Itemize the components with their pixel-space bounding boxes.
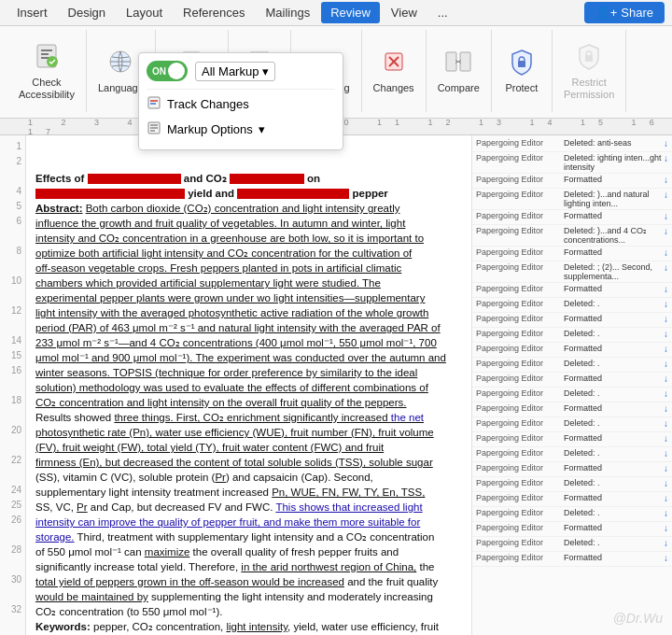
document-line[interactable]: significantly increase total yield. Ther…: [35, 559, 462, 574]
menu-insert[interactable]: Insert: [7, 2, 57, 23]
comment-text: Deleted: .: [564, 508, 662, 517]
comment-text: Formatted: [564, 433, 662, 443]
document-line[interactable]: CO₂ concentration (to 550 μmol mol⁻¹).: [35, 604, 462, 619]
compare-icon: [443, 47, 473, 80]
document-line[interactable]: light intensity with the averaged photos…: [35, 305, 462, 320]
comment-arrow-icon: ↓: [664, 175, 668, 185]
comment-author: Papergoing Editor: [476, 463, 560, 473]
document-line[interactable]: supplementary light intensity treatment …: [35, 485, 462, 500]
line-number: [0, 378, 25, 393]
line-number: 4: [0, 184, 25, 199]
comments-sidebar: Papergoing EditorDeleted: anti-seas↓Pape…: [471, 135, 672, 635]
comment-arrow-icon: ↓: [664, 314, 668, 324]
comment-arrow-icon: ↓: [664, 344, 668, 354]
comment-item: Papergoing EditorDeleted: .↓: [472, 298, 672, 313]
compare-button[interactable]: Compare: [432, 43, 485, 98]
comment-arrow-icon: ↓: [664, 153, 668, 163]
comment-text: Deleted: .: [564, 418, 662, 428]
comment-author: Papergoing Editor: [476, 388, 560, 398]
document-line[interactable]: optimize both artificial light intensity…: [35, 246, 462, 261]
document-line[interactable]: influence the growth and fruit quality o…: [35, 216, 462, 231]
comment-item: Papergoing EditorFormatted↓: [472, 522, 672, 537]
document-line[interactable]: would be maintained by supplementing the…: [35, 589, 462, 604]
document-line[interactable]: chambers which provided artificial suppl…: [35, 275, 462, 290]
document-area[interactable]: Effects of and CO₂ on yield and pepperAb…: [26, 135, 471, 635]
comment-item: Papergoing EditorDeleted: ighting inten.…: [472, 152, 672, 174]
line-number: 6: [0, 214, 25, 229]
line-number: 25: [0, 498, 25, 513]
comment-author: Papergoing Editor: [476, 190, 560, 199]
document-line[interactable]: intensity and CO₂ concentration in a gre…: [35, 231, 462, 246]
check-accessibility-button[interactable]: CheckAccessibility: [13, 37, 80, 105]
line-number: 26: [0, 513, 25, 528]
document-line[interactable]: experimental pepper plants were grown un…: [35, 290, 462, 305]
track-changes-popup: ON All Markup ▾ Track Changes Markup Opt…: [138, 52, 343, 150]
markup-option-label: All Markup: [202, 64, 259, 78]
changes-button[interactable]: Changes: [368, 43, 420, 98]
comment-author: Papergoing Editor: [476, 538, 560, 547]
document-line[interactable]: storage. Third, treatment with supplemen…: [35, 529, 462, 544]
menu-view[interactable]: View: [382, 2, 427, 23]
menu-design[interactable]: Design: [59, 2, 115, 23]
comment-author: Papergoing Editor: [476, 299, 560, 308]
comment-text: Formatted: [564, 523, 662, 532]
toggle-knob: [168, 63, 185, 79]
line-number: 1: [0, 139, 25, 154]
menu-review[interactable]: Review: [321, 2, 380, 23]
line-number: 24: [0, 483, 25, 498]
comment-item: Papergoing EditorDeleted: .↓: [472, 477, 672, 492]
document-line[interactable]: solution) methodology was used to evalua…: [35, 380, 462, 395]
document-line[interactable]: Effects of and CO₂ on: [35, 171, 462, 186]
track-changes-toggle[interactable]: ON: [147, 61, 188, 81]
track-changes-row[interactable]: Track Changes: [147, 89, 335, 117]
document-line[interactable]: Keywords: pepper, CO₂ concentration, lig…: [35, 619, 462, 634]
document-line[interactable]: total yield of peppers grown in the off-…: [35, 574, 462, 589]
document-line[interactable]: SS, VC, Pr and Cap, but decreased FV and…: [35, 500, 462, 515]
markup-options-arrow: ▾: [259, 122, 265, 136]
document-line[interactable]: winter seasons. TOPSIS (technique for or…: [35, 365, 462, 380]
comment-text: Deleted: .: [564, 538, 662, 547]
document-line[interactable]: CO₂ concentration and light intensity on…: [35, 395, 462, 410]
document-line[interactable]: off-season vegetable crops. Fresh pepper…: [35, 261, 462, 275]
comment-text: Deleted: ighting inten...ght intensity: [564, 153, 662, 172]
svg-rect-18: [148, 97, 160, 108]
line-number: 32: [0, 602, 25, 617]
ribbon-group-accessibility: CheckAccessibility: [7, 30, 87, 112]
comment-item: Papergoing EditorFormatted↓: [472, 402, 672, 417]
markup-options-row[interactable]: Markup Options ▾: [147, 117, 335, 142]
markup-select[interactable]: All Markup ▾: [195, 62, 275, 81]
line-number: [0, 557, 25, 572]
document-line[interactable]: firmness (En), but decreased the content…: [35, 455, 462, 470]
ribbon-group-compare: Compare: [427, 30, 492, 112]
document-line[interactable]: of 550 μmol mol⁻¹ can maximize the overa…: [35, 544, 462, 559]
document-line[interactable]: μmol mol⁻¹ and 900 μmol mol⁻¹). The expe…: [35, 350, 462, 365]
menu-layout[interactable]: Layout: [117, 2, 172, 23]
document-line[interactable]: Abstract: Both carbon dioxide (CO₂) conc…: [35, 201, 462, 216]
comment-item: Papergoing EditorDeleted: )...and natura…: [472, 189, 672, 210]
document-line[interactable]: period (PAR) of 463 μmol m⁻² s⁻¹ and nat…: [35, 320, 462, 335]
comment-author: Papergoing Editor: [476, 359, 560, 368]
comment-item: Papergoing EditorFormatted↓: [472, 313, 672, 328]
toggle-row: ON All Markup ▾: [147, 61, 335, 81]
comment-item: Papergoing EditorFormatted↓: [472, 373, 672, 388]
share-button[interactable]: 👤+ Share: [584, 2, 665, 23]
protect-button[interactable]: Protect: [497, 43, 546, 98]
document-line[interactable]: photosynthetic rate (Pn), water use effi…: [35, 425, 462, 440]
document-line[interactable]: yield and pepper: [35, 186, 462, 201]
document-line[interactable]: intensity can improve the quality of pep…: [35, 515, 462, 529]
document-line[interactable]: [35, 156, 462, 171]
comment-text: Formatted: [564, 553, 662, 562]
document-line[interactable]: Results showed three things. First, CO₂ …: [35, 410, 462, 425]
menu-references[interactable]: References: [174, 2, 254, 23]
comment-arrow-icon: ↓: [664, 478, 668, 488]
comment-author: Papergoing Editor: [476, 175, 560, 184]
menu-mailings[interactable]: Mailings: [257, 2, 320, 23]
line-number: [0, 438, 25, 453]
document-line[interactable]: (FV), fruit weight (FW), total yield (TY…: [35, 440, 462, 455]
document-line[interactable]: (SS), vitamin C (VC), soluble protein (P…: [35, 470, 462, 485]
menu-more[interactable]: ...: [428, 2, 457, 23]
restrict-permission-button[interactable]: RestrictPermission: [558, 37, 620, 105]
document-line[interactable]: 233 μmol m⁻² s⁻¹—and 4 CO₂ concentration…: [35, 335, 462, 350]
comment-arrow-icon: ↓: [664, 553, 668, 563]
comment-arrow-icon: ↓: [664, 359, 668, 369]
